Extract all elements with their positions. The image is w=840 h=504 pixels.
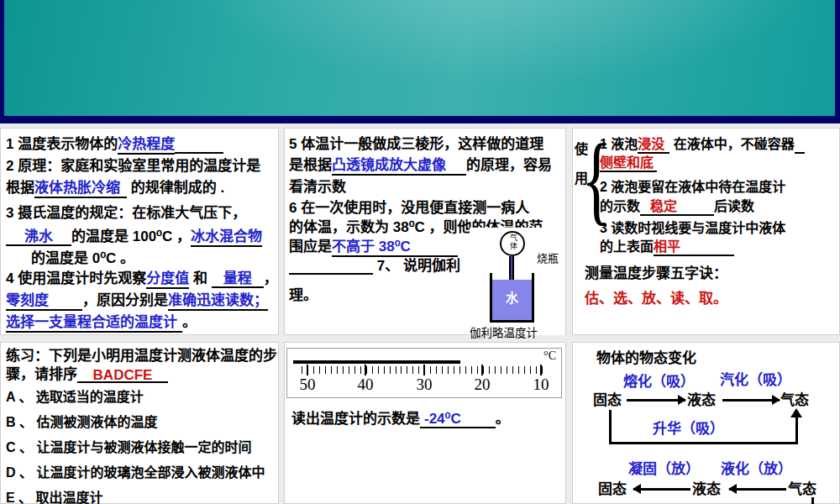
static-text: B 、 估测被测液体的温度 (6, 415, 157, 429)
liquid-state: 液态 (687, 391, 716, 409)
static-text: 的温度是 100⁰C ， (71, 228, 191, 244)
static-text: 估、选、放、读、取。 (585, 291, 727, 307)
sublimation-arrow (609, 442, 798, 444)
static-text: 3 摄氏温度的规定：在标准大气压下， (6, 205, 246, 221)
static-text: 汽化（吸） (720, 372, 791, 388)
beaker: 水 (490, 273, 534, 323)
static-text: A 、 选取适当的温度计 (6, 390, 144, 404)
static-text: 气态 (780, 392, 809, 408)
tick-label: 20 (475, 375, 491, 394)
physics-slide: 1 温度表示物体的冷热程度 2 原理：家庭和实验室里常用的温度计是 根据液体热胀… (0, 0, 840, 504)
option-c: C 、 让温度计与被测液体接触一定的时间 (6, 438, 251, 456)
answer-blank: 浸没 (638, 137, 669, 154)
exercise-prompt: 骤，请排序BADCFE (6, 365, 168, 383)
note-line: 4 使用温度计时先观察分度值 和 量程， (6, 270, 278, 287)
gas-label: 气体 (508, 234, 519, 250)
static-text: D 、 让温度计的玻璃泡全部浸入被测液体中 (6, 465, 265, 480)
liquefy-label: 液化（放） (721, 460, 792, 478)
option-a: A 、 选取适当的温度计 (6, 388, 144, 406)
static-text: 7、 说明伽利 (377, 258, 460, 274)
answer-blank: 稳定 (640, 199, 714, 216)
notes-temperature-basics: 1 温度表示物体的冷热程度 2 原理：家庭和实验室里常用的温度计是 根据液体热胀… (0, 128, 279, 335)
static-text: 1 液泡 (600, 137, 638, 151)
rule-1-cont: 侧壁和底 (600, 154, 657, 171)
rule-1: 1 液泡浸没 在液体中，不碰容器 (600, 135, 805, 154)
exercise-answer: BADCFE (77, 366, 168, 383)
deposition-arrow-stub (811, 497, 814, 504)
note-line: 1 温度表示物体的冷热程度 (6, 135, 223, 154)
static-text: 物体的物态变化 (596, 350, 696, 366)
note-line: 2 原理：家庭和实验室里常用的温度计是 (6, 157, 260, 175)
static-text: 看清示数 (289, 179, 346, 195)
reading-line: 读出温度计的示数是-24⁰C。 (291, 410, 510, 428)
reading-answer: -24⁰C (420, 411, 465, 428)
solid-state: 固态 (593, 391, 622, 409)
flask-label: 烧瓶 (537, 249, 559, 265)
static-text: 在液体中，不碰容器 (669, 137, 794, 151)
note-line: 的温度是 0⁰C 。 (31, 249, 134, 267)
static-text: 5 体温计一般做成三棱形，这样做的道理 (289, 136, 543, 152)
melt-label: 熔化（吸） (623, 373, 695, 391)
static-text: 的示数 (600, 199, 640, 213)
note-line: 零刻度，原因分别是准确迅速读数； (6, 291, 268, 309)
liquid-state: 液态 (692, 480, 721, 498)
static-text: 液化（放） (721, 461, 792, 477)
thermometer-scale: °C 50 40 30 20 10 (286, 348, 562, 398)
answer-blank: 选择一支量程合适的温度计 (6, 314, 182, 333)
sublimation-arrow (795, 417, 798, 444)
answer-blank: 准确迅速读数； (168, 292, 268, 311)
static-text: 后读数 (714, 199, 754, 213)
rule-3-cont: 的上表面相平 (600, 238, 734, 255)
notes-clinical-thermometer: 5 体温计一般做成三棱形，这样做的道理 是根据凸透镜成放大虚像的原理，容易 看清… (284, 128, 566, 335)
static-text: 2 液泡要留在液体中待在温度计 (600, 180, 785, 194)
static-text: 。 (182, 314, 197, 330)
major-ticks (307, 365, 544, 375)
blank-line (465, 412, 496, 428)
static-text: 骤，请排序 (6, 366, 77, 382)
gas-bulb: 气体 (500, 231, 525, 256)
static-text: 理。 (289, 287, 318, 303)
sublimation-arrowhead (790, 408, 802, 417)
static-text: 测量温度步骤五字诀： (585, 265, 727, 281)
diagram-caption: 伽利略温度计 (470, 323, 538, 340)
answer-blank: 冷热程度 (118, 136, 175, 155)
note-line: 5 体温计一般做成三棱形，这样做的道理 (289, 135, 543, 153)
static-text: 6 在一次使用时，没甩便直接测一病人 (289, 200, 529, 216)
static-text: 3 读数时视线要与温度计中液体 (600, 221, 785, 235)
static-text: 练习：下列是小明用温度计测液体温度的步 (6, 348, 277, 364)
static-text: 固态 (598, 481, 627, 497)
note-line: 围应是不高于 38⁰C (289, 238, 458, 255)
unit-label: °C (543, 349, 556, 363)
static-text: 。 (496, 411, 510, 427)
answer-blank: 沸水 (6, 228, 71, 246)
water-label: 水 (492, 288, 532, 306)
note-line: 看清示数 (289, 178, 346, 196)
answer-blank: 分度值 (146, 270, 189, 289)
solidify-arrow (633, 488, 690, 491)
static-text: 和 (189, 270, 211, 286)
rule-3: 3 读数时视线要与温度计中液体 (600, 219, 785, 237)
tick-label: 50 (300, 375, 316, 394)
static-text: 的上表面 (600, 239, 654, 254)
solid-state: 固态 (598, 480, 627, 498)
answer-blank: 侧壁和底 (600, 155, 657, 172)
notes-usage-rules: 使 用 { 1 液泡浸没 在液体中，不碰容器 侧壁和底 2 液泡要留在液体中待在… (572, 128, 840, 335)
static-text: 气态 (788, 481, 816, 497)
static-text: 固态 (593, 392, 622, 408)
static-text: 液态 (687, 392, 716, 408)
static-text: 的温度是 0⁰C 。 (31, 250, 134, 266)
liquefy-arrow (729, 488, 786, 491)
option-b: B 、 估测被测液体的温度 (6, 413, 157, 431)
sublimation-label: 升华（吸） (653, 420, 724, 438)
note-line: 7、 说明伽利 (289, 257, 460, 275)
static-text: 的原理，容易 (466, 157, 552, 173)
static-text: 根据 (6, 180, 34, 196)
mercury-column (293, 360, 460, 364)
diagram-title: 物体的物态变化 (596, 349, 696, 367)
static-text: C 、 让温度计与被测液体接触一定的时间 (6, 440, 251, 454)
exercise-ordering: 练习：下列是小明用温度计测液体温度的步 骤，请排序BADCFE A 、 选取适当… (0, 342, 279, 504)
static-text: 熔化（吸） (623, 374, 695, 390)
tick-label: 30 (417, 375, 433, 394)
note-line: 沸水的温度是 100⁰C ，冰水混合物 (6, 228, 262, 245)
gas-state: 气态 (780, 391, 809, 409)
